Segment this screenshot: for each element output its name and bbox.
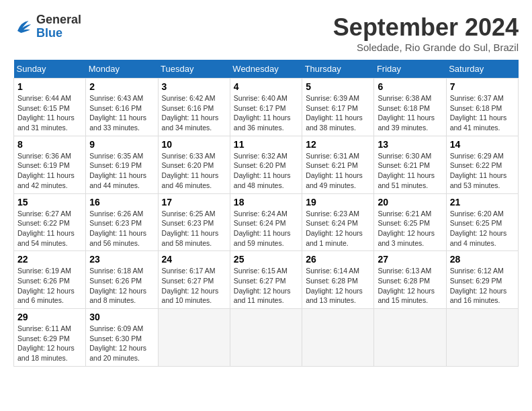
day-number: 2 bbox=[89, 81, 154, 92]
day-info: Sunrise: 6:40 AMSunset: 6:17 PMDaylight:… bbox=[234, 94, 291, 132]
calendar-cell: 23 Sunrise: 6:18 AMSunset: 6:26 PMDaylig… bbox=[86, 251, 158, 309]
calendar-cell: 8 Sunrise: 6:36 AMSunset: 6:19 PMDayligh… bbox=[14, 136, 86, 193]
calendar-cell: 4 Sunrise: 6:40 AMSunset: 6:17 PMDayligh… bbox=[230, 79, 302, 136]
day-number: 30 bbox=[89, 312, 154, 322]
calendar-cell: 10 Sunrise: 6:33 AMSunset: 6:20 PMDaylig… bbox=[158, 136, 230, 193]
day-number: 11 bbox=[234, 139, 298, 150]
calendar-cell bbox=[446, 309, 518, 367]
calendar-week-2: 8 Sunrise: 6:36 AMSunset: 6:19 PMDayligh… bbox=[14, 136, 519, 193]
calendar-cell: 25 Sunrise: 6:15 AMSunset: 6:27 PMDaylig… bbox=[230, 251, 302, 309]
day-info: Sunrise: 6:32 AMSunset: 6:20 PMDaylight:… bbox=[234, 152, 291, 189]
day-info: Sunrise: 6:14 AMSunset: 6:28 PMDaylight:… bbox=[306, 267, 363, 304]
day-number: 10 bbox=[162, 139, 226, 150]
day-info: Sunrise: 6:43 AMSunset: 6:16 PMDaylight:… bbox=[89, 94, 146, 132]
day-number: 13 bbox=[378, 139, 442, 150]
calendar-cell: 11 Sunrise: 6:32 AMSunset: 6:20 PMDaylig… bbox=[230, 136, 302, 193]
header-monday: Monday bbox=[86, 60, 158, 79]
calendar-cell: 28 Sunrise: 6:12 AMSunset: 6:29 PMDaylig… bbox=[446, 251, 518, 309]
calendar-week-1: 1 Sunrise: 6:44 AMSunset: 6:15 PMDayligh… bbox=[14, 79, 519, 136]
calendar-cell bbox=[302, 309, 374, 367]
day-info: Sunrise: 6:20 AMSunset: 6:25 PMDaylight:… bbox=[450, 210, 507, 247]
day-info: Sunrise: 6:38 AMSunset: 6:18 PMDaylight:… bbox=[378, 94, 435, 132]
day-info: Sunrise: 6:25 AMSunset: 6:23 PMDaylight:… bbox=[162, 210, 219, 247]
day-info: Sunrise: 6:23 AMSunset: 6:24 PMDaylight:… bbox=[306, 210, 363, 247]
day-number: 9 bbox=[89, 139, 154, 150]
calendar-cell bbox=[230, 309, 302, 367]
day-info: Sunrise: 6:21 AMSunset: 6:25 PMDaylight:… bbox=[378, 210, 435, 247]
calendar-cell: 2 Sunrise: 6:43 AMSunset: 6:16 PMDayligh… bbox=[86, 79, 158, 136]
calendar-cell: 13 Sunrise: 6:30 AMSunset: 6:21 PMDaylig… bbox=[374, 136, 446, 193]
day-number: 22 bbox=[17, 254, 82, 265]
calendar-cell: 20 Sunrise: 6:21 AMSunset: 6:25 PMDaylig… bbox=[374, 193, 446, 251]
day-number: 24 bbox=[162, 254, 226, 265]
calendar-cell: 5 Sunrise: 6:39 AMSunset: 6:17 PMDayligh… bbox=[302, 79, 374, 136]
page-header: General Blue September 2024 Soledade, Ri… bbox=[13, 13, 519, 53]
day-info: Sunrise: 6:12 AMSunset: 6:29 PMDaylight:… bbox=[450, 267, 507, 304]
day-number: 4 bbox=[234, 81, 298, 92]
day-info: Sunrise: 6:09 AMSunset: 6:30 PMDaylight:… bbox=[89, 324, 146, 362]
day-info: Sunrise: 6:39 AMSunset: 6:17 PMDaylight:… bbox=[306, 94, 363, 132]
title-section: September 2024 Soledade, Rio Grande do S… bbox=[333, 13, 519, 53]
day-number: 7 bbox=[450, 81, 515, 92]
day-number: 8 bbox=[17, 139, 82, 150]
calendar-cell: 9 Sunrise: 6:35 AMSunset: 6:19 PMDayligh… bbox=[86, 136, 158, 193]
day-info: Sunrise: 6:29 AMSunset: 6:22 PMDaylight:… bbox=[450, 152, 507, 189]
header-sunday: Sunday bbox=[14, 60, 86, 79]
day-number: 1 bbox=[17, 81, 82, 92]
day-number: 6 bbox=[378, 81, 442, 92]
day-number: 25 bbox=[234, 254, 298, 265]
day-info: Sunrise: 6:33 AMSunset: 6:20 PMDaylight:… bbox=[162, 152, 219, 189]
header-wednesday: Wednesday bbox=[230, 60, 302, 79]
day-info: Sunrise: 6:15 AMSunset: 6:27 PMDaylight:… bbox=[234, 267, 291, 304]
day-info: Sunrise: 6:13 AMSunset: 6:28 PMDaylight:… bbox=[378, 267, 435, 304]
calendar-cell: 7 Sunrise: 6:37 AMSunset: 6:18 PMDayligh… bbox=[446, 79, 518, 136]
day-number: 12 bbox=[306, 139, 370, 150]
day-number: 29 bbox=[17, 312, 82, 322]
calendar-cell: 30 Sunrise: 6:09 AMSunset: 6:30 PMDaylig… bbox=[86, 309, 158, 367]
header-friday: Friday bbox=[374, 60, 446, 79]
calendar-cell: 18 Sunrise: 6:24 AMSunset: 6:24 PMDaylig… bbox=[230, 193, 302, 251]
day-info: Sunrise: 6:17 AMSunset: 6:27 PMDaylight:… bbox=[162, 267, 219, 304]
day-number: 20 bbox=[378, 197, 442, 208]
calendar-cell: 22 Sunrise: 6:19 AMSunset: 6:26 PMDaylig… bbox=[14, 251, 86, 309]
day-info: Sunrise: 6:11 AMSunset: 6:29 PMDaylight:… bbox=[17, 324, 75, 362]
header-saturday: Saturday bbox=[446, 60, 518, 79]
day-number: 27 bbox=[378, 254, 442, 265]
day-info: Sunrise: 6:31 AMSunset: 6:21 PMDaylight:… bbox=[306, 152, 363, 189]
calendar-cell: 15 Sunrise: 6:27 AMSunset: 6:22 PMDaylig… bbox=[14, 193, 86, 251]
day-info: Sunrise: 6:19 AMSunset: 6:26 PMDaylight:… bbox=[17, 267, 75, 304]
day-info: Sunrise: 6:18 AMSunset: 6:26 PMDaylight:… bbox=[89, 267, 146, 304]
header-thursday: Thursday bbox=[302, 60, 374, 79]
day-number: 26 bbox=[306, 254, 370, 265]
calendar-table: SundayMondayTuesdayWednesdayThursdayFrid… bbox=[13, 60, 519, 367]
logo: General Blue bbox=[13, 13, 81, 40]
day-info: Sunrise: 6:37 AMSunset: 6:18 PMDaylight:… bbox=[450, 94, 507, 132]
location: Soledade, Rio Grande do Sul, Brazil bbox=[333, 42, 519, 53]
calendar-cell: 6 Sunrise: 6:38 AMSunset: 6:18 PMDayligh… bbox=[374, 79, 446, 136]
month-title: September 2024 bbox=[333, 13, 519, 42]
day-number: 3 bbox=[162, 81, 226, 92]
day-info: Sunrise: 6:30 AMSunset: 6:21 PMDaylight:… bbox=[378, 152, 435, 189]
calendar-week-3: 15 Sunrise: 6:27 AMSunset: 6:22 PMDaylig… bbox=[14, 193, 519, 251]
logo-bird-icon bbox=[13, 17, 34, 37]
logo-blue: Blue bbox=[36, 27, 81, 40]
day-number: 23 bbox=[89, 254, 154, 265]
calendar-header-row: SundayMondayTuesdayWednesdayThursdayFrid… bbox=[14, 60, 519, 79]
calendar-cell: 24 Sunrise: 6:17 AMSunset: 6:27 PMDaylig… bbox=[158, 251, 230, 309]
calendar-cell bbox=[158, 309, 230, 367]
calendar-cell: 29 Sunrise: 6:11 AMSunset: 6:29 PMDaylig… bbox=[14, 309, 86, 367]
day-info: Sunrise: 6:26 AMSunset: 6:23 PMDaylight:… bbox=[89, 210, 146, 247]
day-number: 18 bbox=[234, 197, 298, 208]
day-info: Sunrise: 6:36 AMSunset: 6:19 PMDaylight:… bbox=[17, 152, 75, 189]
calendar-week-4: 22 Sunrise: 6:19 AMSunset: 6:26 PMDaylig… bbox=[14, 251, 519, 309]
day-number: 17 bbox=[162, 197, 226, 208]
calendar-cell: 21 Sunrise: 6:20 AMSunset: 6:25 PMDaylig… bbox=[446, 193, 518, 251]
day-info: Sunrise: 6:27 AMSunset: 6:22 PMDaylight:… bbox=[17, 210, 75, 247]
day-info: Sunrise: 6:42 AMSunset: 6:16 PMDaylight:… bbox=[162, 94, 219, 132]
logo-general: General bbox=[36, 13, 81, 27]
calendar-cell: 12 Sunrise: 6:31 AMSunset: 6:21 PMDaylig… bbox=[302, 136, 374, 193]
calendar-cell: 26 Sunrise: 6:14 AMSunset: 6:28 PMDaylig… bbox=[302, 251, 374, 309]
calendar-cell bbox=[374, 309, 446, 367]
day-number: 21 bbox=[450, 197, 515, 208]
day-number: 5 bbox=[306, 81, 370, 92]
